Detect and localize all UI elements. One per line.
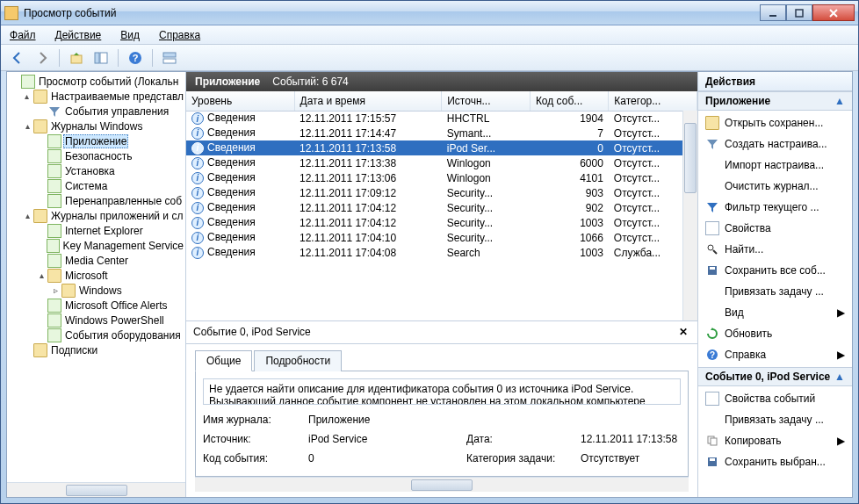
actions-section-event[interactable]: Событие 0, iPod Service▲ — [698, 367, 852, 386]
action-copy[interactable]: Копировать▶ — [698, 430, 852, 451]
log-icon — [47, 194, 61, 208]
tree-microsoft-windows[interactable]: ▹Windows — [7, 283, 185, 298]
main-header: Приложение Событий: 6 674 — [186, 72, 697, 91]
main-header-title: Приложение — [195, 76, 260, 88]
table-row[interactable]: iСведения 12.11.2011 17:04:10Security...… — [186, 230, 697, 245]
detail-hscrollbar[interactable] — [195, 477, 689, 492]
action-view-submenu[interactable]: Вид▶ — [698, 302, 852, 323]
col-id[interactable]: Код соб... — [530, 91, 608, 111]
folder-icon — [33, 343, 47, 357]
action-open-saved[interactable]: Открыть сохранен... — [698, 112, 852, 133]
copy-icon — [705, 434, 719, 448]
col-datetime[interactable]: Дата и время — [294, 91, 442, 111]
tree-office-alerts[interactable]: Microsoft Office Alerts — [7, 298, 185, 313]
tree-security-log[interactable]: Безопасность — [7, 148, 185, 163]
action-filter-log[interactable]: Фильтр текущего ... — [698, 197, 852, 218]
tree-kms[interactable]: Key Management Service — [7, 238, 185, 253]
event-detail-pane: Событие 0, iPod Service ✕ Общие Подробно… — [186, 321, 697, 497]
tree-application-log[interactable]: Приложение — [7, 133, 185, 148]
action-event-props[interactable]: Свойства событий — [698, 388, 852, 409]
col-source[interactable]: Источн... — [442, 91, 531, 111]
actions-section-app[interactable]: Приложение▲ — [698, 91, 852, 111]
detail-close-button[interactable]: ✕ — [676, 325, 690, 339]
actions-title: Действия — [698, 72, 852, 91]
minimize-button[interactable] — [760, 4, 786, 21]
tree-microsoft[interactable]: ▴Microsoft — [7, 268, 185, 283]
close-button[interactable] — [812, 4, 855, 21]
action-save-all[interactable]: Сохранить все соб... — [698, 260, 852, 281]
forward-button[interactable] — [32, 48, 52, 68]
show-tree-button[interactable] — [91, 48, 111, 68]
back-button[interactable] — [8, 48, 27, 68]
import-icon — [705, 158, 719, 172]
save-icon — [705, 455, 719, 469]
tab-details[interactable]: Подробности — [254, 350, 342, 371]
table-row[interactable]: iСведения 12.11.2011 17:13:06Winlogon410… — [186, 170, 697, 185]
maximize-button[interactable] — [786, 4, 812, 21]
eventviewer-icon — [21, 75, 35, 89]
up-button[interactable] — [67, 48, 86, 68]
folder-icon — [33, 90, 47, 104]
tree-admin-events[interactable]: События управления — [7, 104, 185, 119]
col-level[interactable]: Уровень — [186, 91, 294, 111]
svg-text:?: ? — [710, 350, 715, 360]
col-category[interactable]: Категор... — [609, 91, 697, 111]
action-save-selected[interactable]: Сохранить выбран... — [698, 451, 852, 472]
table-row[interactable]: iСведения 12.11.2011 17:15:57HHCTRL1904О… — [186, 111, 697, 126]
find-icon — [705, 242, 719, 256]
tree-ie[interactable]: Internet Explorer — [7, 223, 185, 238]
action-clear-log[interactable]: Очистить журнал... — [698, 176, 852, 197]
menu-action[interactable]: Действие — [52, 27, 105, 43]
events-grid[interactable]: Уровень Дата и время Источн... Код соб..… — [186, 91, 697, 321]
action-import-view[interactable]: Импорт настраива... — [698, 155, 852, 176]
tree-system-log[interactable]: Система — [7, 178, 185, 193]
svg-rect-18 — [711, 438, 717, 445]
info-icon: i — [191, 172, 204, 184]
tab-general[interactable]: Общие — [195, 350, 252, 371]
grid-vscrollbar[interactable] — [682, 111, 697, 320]
tree-hardware-events[interactable]: События оборудования — [7, 328, 185, 342]
action-create-view[interactable]: Создать настраива... — [698, 133, 852, 155]
table-row[interactable]: iСведения 12.11.2011 17:13:58iPod Ser...… — [186, 140, 697, 155]
table-row[interactable]: iСведения 12.11.2011 17:04:12Security...… — [186, 215, 697, 230]
action-help[interactable]: ?Справка▶ — [698, 344, 852, 365]
info-icon: i — [191, 247, 204, 259]
table-row[interactable]: iСведения 12.11.2011 17:14:47Symant...7О… — [186, 126, 697, 140]
detail-title: Событие 0, iPod Service — [193, 326, 311, 338]
action-find[interactable]: Найти... — [698, 239, 852, 260]
action-attach-task[interactable]: Привязать задачу ... — [698, 281, 852, 302]
event-description[interactable]: Не удается найти описание для идентифика… — [203, 378, 681, 405]
tree-root[interactable]: Просмотр событий (Локальн — [7, 74, 185, 89]
action-refresh[interactable]: Обновить — [698, 323, 852, 344]
action-event-task[interactable]: Привязать задачу ... — [698, 409, 852, 430]
preview-button[interactable] — [160, 48, 179, 68]
menu-file[interactable]: Файл — [6, 27, 40, 43]
menubar: Файл Действие Вид Справка — [1, 25, 858, 45]
table-row[interactable]: iСведения 12.11.2011 17:04:08Search1003С… — [186, 245, 697, 260]
tree-app-services-logs[interactable]: ▴Журналы приложений и сл — [7, 208, 185, 223]
tree-hscrollbar[interactable] — [7, 482, 185, 497]
tree-setup-log[interactable]: Установка — [7, 163, 185, 178]
table-row[interactable]: iСведения 12.11.2011 17:13:38Winlogon600… — [186, 155, 697, 170]
action-properties[interactable]: Свойства — [698, 218, 852, 239]
tree[interactable]: Просмотр событий (Локальн ▴Настраиваемые… — [7, 72, 185, 482]
log-icon — [47, 134, 61, 148]
log-icon — [47, 313, 61, 328]
menu-view[interactable]: Вид — [117, 27, 143, 43]
tree-media-center[interactable]: Media Center — [7, 253, 185, 268]
log-icon — [47, 328, 61, 342]
tree-custom-views[interactable]: ▴Настраиваемые представл — [7, 89, 185, 104]
log-icon — [47, 254, 61, 268]
info-icon: i — [191, 232, 204, 244]
tree-powershell[interactable]: Windows PowerShell — [7, 313, 185, 328]
titlebar[interactable]: Просмотр событий — [1, 1, 858, 25]
table-row[interactable]: iСведения 12.11.2011 17:04:12Security...… — [186, 200, 697, 215]
tree-subscriptions[interactable]: Подписки — [7, 342, 185, 357]
menu-help[interactable]: Справка — [155, 27, 204, 43]
tree-windows-logs[interactable]: ▴Журналы Windows — [7, 119, 185, 133]
table-row[interactable]: iСведения 12.11.2011 17:09:12Security...… — [186, 185, 697, 200]
main-pane: Приложение Событий: 6 674 Уровень Дата и… — [186, 72, 698, 497]
tree-forwarded-log[interactable]: Перенаправленные соб — [7, 193, 185, 208]
help-button[interactable]: ? — [126, 48, 145, 68]
folder-open-icon — [705, 116, 719, 130]
